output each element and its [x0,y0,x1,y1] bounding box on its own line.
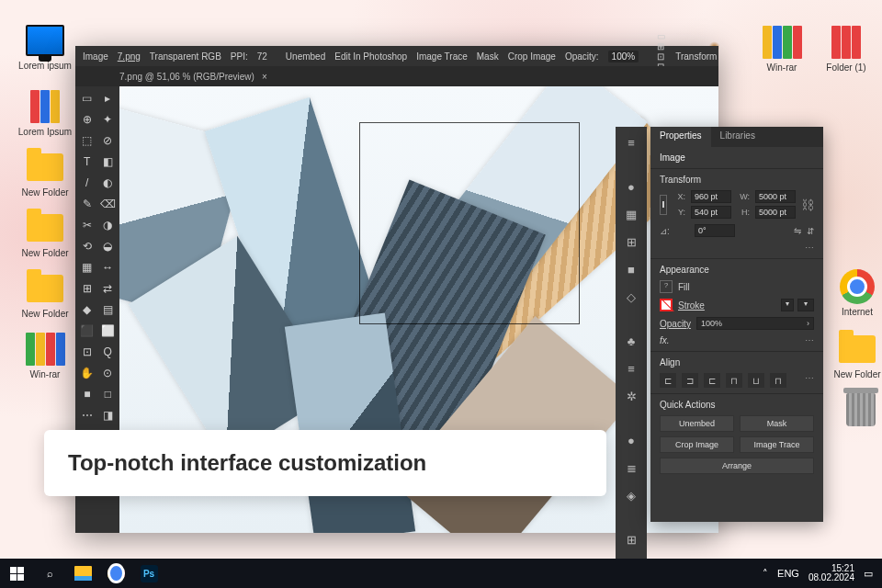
language-indicator[interactable]: ENG [777,568,799,579]
tab-libraries[interactable]: Libraries [711,127,764,147]
tool-23[interactable]: ⬜ [98,321,119,341]
tool-19[interactable]: ⇄ [98,278,119,299]
desktop-icon-folder[interactable]: New Folder [13,149,77,198]
menu-image[interactable]: Image [83,51,108,62]
dock-10[interactable]: ≣ [621,458,641,478]
desktop-icon-folder1[interactable]: Folder (1) [814,24,878,73]
tool-26[interactable]: ✋ [77,363,97,383]
edit-photoshop-button[interactable]: Edit In Photoshop [334,51,407,62]
dock-6[interactable]: ♣ [621,331,641,351]
angle-input[interactable] [695,224,735,237]
dock-9[interactable]: ● [621,430,641,450]
tool-12[interactable]: ✂ [77,215,97,235]
menu-file[interactable]: 7.png [118,51,141,62]
x-input[interactable] [691,190,731,203]
tool-28[interactable]: ■ [77,384,97,404]
transform-button[interactable]: Transform [675,51,717,62]
tool-24[interactable]: ⊡ [77,342,97,362]
dock-3[interactable]: ⊞ [621,232,641,252]
dock-2[interactable]: ▦ [621,204,641,224]
stroke-swatch[interactable] [660,299,673,311]
crop-button[interactable]: Crop Image [508,51,556,62]
opacity-value[interactable]: 100% [608,51,639,62]
tool-4[interactable]: ⬚ [77,130,97,151]
align-bottom-icon[interactable]: ⊓ [770,373,786,388]
opacity-label[interactable]: Opacity [660,319,691,329]
notifications-icon[interactable]: ▭ [864,568,873,580]
align-vcenter-icon[interactable]: ⊔ [748,373,764,388]
tool-9[interactable]: ◐ [98,173,119,193]
dock-1[interactable]: ● [621,176,641,197]
tool-17[interactable]: ↔ [98,257,119,277]
clock[interactable]: 15:2108.02.2024 [808,564,854,583]
dock-0[interactable]: ≡ [621,132,641,153]
align-right-icon[interactable]: ⊏ [704,373,720,388]
desktop-icon-folder[interactable]: New Folder [13,209,77,258]
tab-properties[interactable]: Properties [650,127,711,147]
h-input[interactable] [755,206,796,219]
image-trace-button[interactable]: Image Trace [416,51,468,62]
tool-14[interactable]: ⟲ [77,236,97,256]
reference-point[interactable] [660,195,667,215]
flip-h-icon[interactable]: ⇋ [794,226,801,236]
tool-1[interactable]: ▸ [98,88,119,108]
tool-3[interactable]: ✦ [98,109,119,130]
desktop-icon-trash[interactable] [829,391,882,430]
tool-0[interactable]: ▭ [77,88,97,108]
dock-5[interactable]: ◇ [621,287,641,307]
more-icon[interactable]: ⋯ [805,335,814,345]
tool-16[interactable]: ▦ [77,257,97,277]
tool-15[interactable]: ◒ [98,236,119,256]
tool-10[interactable]: ✎ [77,194,97,214]
tool-18[interactable]: ⊞ [77,278,97,299]
more-icon[interactable]: ⋯ [805,373,814,388]
tool-20[interactable]: ◆ [77,300,97,320]
flip-v-icon[interactable]: ⇵ [807,226,814,236]
photoshop-button[interactable]: Ps [132,559,165,588]
dock-11[interactable]: ◈ [621,485,641,505]
dock-4[interactable]: ■ [621,259,641,279]
opacity-input[interactable]: 100%› [696,317,814,330]
fx-button[interactable]: fx. [660,335,670,345]
desktop-icon-chrome[interactable]: Internet [825,268,882,317]
qa-mask-button[interactable]: Mask [740,415,814,432]
tool-2[interactable]: ⊕ [77,109,97,130]
qa-trace-button[interactable]: Image Trace [740,436,814,453]
unembed-button[interactable]: Unembed [286,51,325,62]
stroke-weight-stepper[interactable]: ▾ [781,299,794,311]
desktop-icon-winrar[interactable]: Win-rar [750,24,814,73]
w-input[interactable] [755,190,796,203]
tool-5[interactable]: ⊘ [98,130,119,151]
tool-27[interactable]: ⊙ [98,363,119,383]
tool-30[interactable]: ⋯ [77,405,97,425]
document-tab[interactable]: 7.png @ 51,06 % (RGB/Preview)× [75,66,718,86]
align-hcenter-icon[interactable]: ⊐ [682,373,698,388]
desktop-icon-folder[interactable]: New Folder [825,331,882,379]
tool-11[interactable]: ⌫ [98,194,119,214]
tray-up-icon[interactable]: ˄ [763,568,768,580]
align-top-icon[interactable]: ⊓ [726,373,742,388]
tool-25[interactable]: Q [98,342,119,362]
explorer-button[interactable] [66,559,99,588]
desktop-icon-winrar[interactable]: Win-rar [13,331,77,379]
desktop-icon-computer[interactable]: Lorem ipsum [13,22,77,71]
dock-7[interactable]: ≡ [621,358,641,379]
tool-13[interactable]: ◑ [98,215,119,235]
stroke-label[interactable]: Stroke [678,300,705,311]
tool-6[interactable]: T [77,152,97,172]
desktop-icon-binders[interactable]: Lorem Ipsum [13,88,77,137]
dock-12[interactable]: ⊞ [621,529,641,549]
qa-crop-button[interactable]: Crop Image [660,436,734,453]
tool-22[interactable]: ⬛ [77,321,97,341]
help-icon[interactable]: ? [660,280,673,293]
chrome-button[interactable] [99,559,132,588]
tool-31[interactable]: ◨ [98,405,119,425]
tool-8[interactable]: / [77,173,97,193]
align-left-icon[interactable]: ⊏ [660,373,676,388]
close-icon[interactable]: × [262,72,267,82]
qa-arrange-button[interactable]: Arrange [660,458,814,474]
tool-29[interactable]: □ [98,384,119,404]
stroke-profile[interactable]: ▾ [797,299,814,311]
mask-button[interactable]: Mask [477,51,499,62]
tool-21[interactable]: ▤ [98,300,119,320]
